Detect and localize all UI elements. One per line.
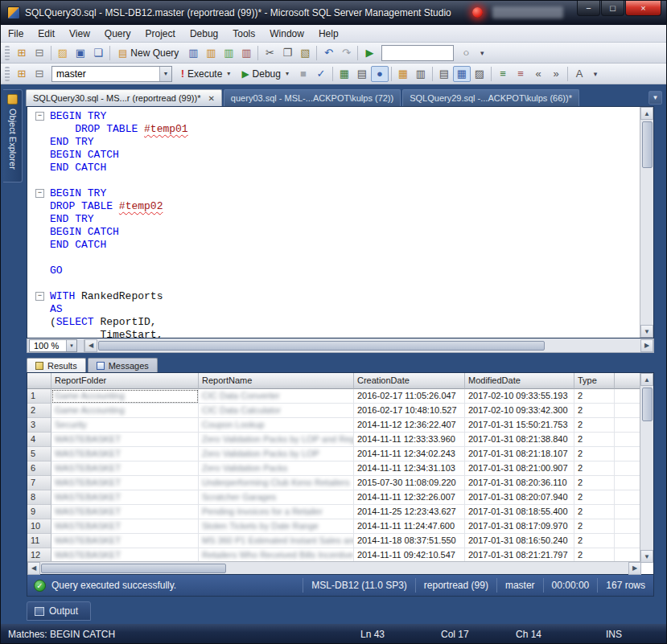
cell-creationdate[interactable]: 2014-11-11 12:34:31.103 — [354, 461, 465, 476]
code-line[interactable]: −BEGIN TRY — [27, 187, 640, 200]
cell-modifieddate[interactable]: 2017-01-31 08:21:00.907 — [465, 461, 574, 476]
cell-reportfolder[interactable]: Security — [51, 418, 199, 433]
connect-object-explorer-icon[interactable]: ⊞ — [13, 45, 31, 61]
cell-creationdate[interactable]: 2014-11-11 12:34:02.243 — [354, 447, 465, 461]
row-header-cell[interactable]: 9 — [27, 505, 51, 519]
scroll-left-arrow-icon[interactable]: ◀ — [84, 339, 97, 352]
menu-edit[interactable]: Edit — [31, 26, 62, 42]
column-header-creationdate[interactable]: CreationDate — [354, 373, 465, 389]
include-client-statistics-icon[interactable]: ▥ — [412, 66, 430, 82]
grid-horizontal-scrollbar[interactable]: ◀ ▶ — [27, 561, 641, 574]
code-line[interactable]: −WITH RankedReports — [27, 290, 640, 303]
sql-toolbar-overflow-chevron[interactable]: ▾ — [590, 70, 601, 78]
code-line[interactable]: END CATCH — [27, 162, 640, 174]
cell-reportname[interactable]: MS 360 P1 Estimated Instant Sales and Pr… — [199, 534, 354, 548]
grid-vertical-scrollbar[interactable]: ▲ ▼ — [640, 373, 653, 563]
code-line[interactable]: AS — [27, 303, 640, 316]
menu-debug[interactable]: Debug — [183, 26, 225, 42]
cell-reportname[interactable]: Stolen Tickets by Date Range — [199, 519, 354, 534]
cell-creationdate[interactable]: 2016-02-17 11:05:26.047 — [354, 389, 465, 404]
cell-reportname[interactable]: CIC Data Calculator — [199, 404, 354, 418]
cell-modifieddate[interactable]: 2017-01-31 15:50:21.753 — [465, 418, 574, 433]
zoom-caret-icon[interactable]: ▼ — [66, 340, 76, 351]
cell-modifieddate[interactable]: 2017-01-31 08:21:18.107 — [465, 447, 574, 461]
database-combo-caret-icon[interactable]: ▼ — [159, 67, 171, 81]
cell-modifieddate[interactable]: 2017-01-31 08:20:36.110 — [465, 476, 574, 490]
column-header-reportfolder[interactable]: ReportFolder — [51, 373, 199, 389]
tab-list-chevron-icon[interactable]: ▼ — [648, 91, 662, 105]
query-options-icon[interactable]: ▤ — [353, 66, 371, 82]
cell-type[interactable]: 2 — [574, 519, 615, 534]
cell-creationdate[interactable]: 2014-11-11 11:24:47.600 — [354, 519, 465, 534]
save-all-icon[interactable]: ❏ — [89, 45, 107, 61]
cell-type[interactable]: 2 — [574, 505, 615, 519]
output-autohide-tab[interactable]: Output — [27, 601, 91, 621]
cut-icon[interactable]: ✂ — [261, 45, 278, 61]
standard-toolbar-overflow-chevron[interactable]: ▾ — [476, 49, 488, 57]
code-line[interactable]: DROP TABLE #temp01 — [27, 123, 640, 136]
code-line[interactable]: BEGIN CATCH — [27, 149, 640, 162]
grid-scroll-left-arrow-icon[interactable]: ◀ — [27, 562, 40, 575]
start-debugging-icon[interactable]: ▶ — [360, 45, 378, 61]
code-line[interactable] — [27, 174, 640, 187]
fold-collapse-icon[interactable]: − — [35, 112, 44, 121]
menu-window[interactable]: Window — [262, 26, 311, 42]
cell-reportfolder[interactable]: WASTEBASKET — [51, 505, 199, 519]
fold-collapse-icon[interactable]: − — [35, 292, 44, 301]
find-icon[interactable]: ○ — [457, 45, 475, 61]
results-to-grid-icon[interactable]: ▦ — [453, 66, 471, 82]
editor-vscroll-thumb[interactable] — [642, 121, 653, 168]
cell-type[interactable]: 2 — [574, 534, 615, 548]
cell-reportfolder[interactable]: WASTEBASKET — [51, 519, 199, 534]
grid-scroll-down-arrow-icon[interactable]: ▼ — [640, 550, 653, 563]
code-line[interactable]: (SELECT ReportID, — [27, 316, 640, 329]
editor-vertical-scrollbar[interactable]: ▲ ▼ — [640, 107, 653, 338]
row-header-cell[interactable]: 4 — [27, 433, 51, 447]
menu-help[interactable]: Help — [311, 26, 346, 42]
editor-code[interactable]: −BEGIN TRY DROP TABLE #temp01END TRYBEGI… — [27, 107, 640, 338]
tab-close-icon[interactable]: ✕ — [208, 94, 214, 103]
cell-reportname[interactable]: Scratcher Garages — [199, 490, 354, 505]
database-engine-query-icon[interactable]: ▥ — [184, 45, 202, 61]
toolbar-grip[interactable] — [5, 46, 10, 60]
code-line[interactable] — [27, 277, 640, 290]
cell-reportfolder[interactable]: WASTEBASKET — [51, 461, 199, 476]
row-header-cell[interactable]: 6 — [27, 461, 51, 476]
cell-reportname[interactable]: CIC Data Converter — [199, 389, 354, 404]
close-button[interactable]: × — [625, 1, 661, 16]
scroll-down-arrow-icon[interactable]: ▼ — [640, 325, 653, 338]
cell-reportname[interactable]: Coupon Lookup — [199, 418, 354, 433]
row-header-cell[interactable]: 1 — [27, 389, 51, 404]
open-file-icon[interactable]: ▨ — [54, 45, 72, 61]
sql-editor[interactable]: −BEGIN TRY DROP TABLE #temp01END TRYBEGI… — [27, 106, 654, 338]
cell-reportfolder[interactable]: WASTEBASKET — [51, 490, 199, 505]
menu-project[interactable]: Project — [138, 26, 183, 42]
cell-reportfolder[interactable]: WASTEBASKET — [51, 433, 199, 447]
specify-template-values-icon[interactable]: A — [570, 66, 588, 82]
grid-hscroll-thumb[interactable] — [41, 564, 226, 573]
cell-modifieddate[interactable]: 2017-01-31 08:21:38.840 — [465, 433, 574, 447]
debug-button[interactable]: ▶Debug▾ — [236, 66, 294, 82]
execute-button[interactable]: !Execute▾ — [175, 66, 236, 82]
cell-creationdate[interactable]: 2014-11-25 12:23:43.627 — [354, 505, 465, 519]
copy-icon[interactable]: ❐ — [278, 45, 296, 61]
redo-icon[interactable]: ↷ — [337, 45, 355, 61]
display-estimated-plan-icon[interactable]: ▦ — [336, 66, 353, 82]
code-line[interactable]: DROP TABLE #temp02 — [27, 200, 640, 213]
cell-reportname[interactable]: Pending Invoices for a Retailer — [199, 505, 354, 519]
grid-vscroll-thumb[interactable] — [642, 388, 653, 421]
cell-creationdate[interactable]: 2014-11-12 12:36:22.407 — [354, 418, 465, 433]
cell-modifieddate[interactable]: 2017-01-31 08:16:50.240 — [465, 534, 574, 548]
parse-icon[interactable]: ✓ — [312, 66, 330, 82]
code-line[interactable]: BEGIN CATCH — [27, 226, 640, 239]
cell-creationdate[interactable]: 2014-11-11 12:33:33.960 — [354, 433, 465, 447]
cell-reportfolder[interactable]: Game Accounting — [51, 389, 199, 404]
change-connection-icon[interactable]: ⊟ — [31, 66, 48, 82]
cell-type[interactable]: 2 — [574, 447, 615, 461]
cell-type[interactable]: 2 — [574, 433, 615, 447]
grid-scroll-right-arrow-icon[interactable]: ▶ — [628, 562, 641, 575]
toolbar-grip[interactable] — [5, 67, 10, 81]
code-line[interactable]: END TRY — [27, 213, 640, 226]
column-header-modifieddate[interactable]: ModifiedDate — [465, 373, 574, 389]
decrease-indent-icon[interactable]: « — [529, 66, 547, 82]
